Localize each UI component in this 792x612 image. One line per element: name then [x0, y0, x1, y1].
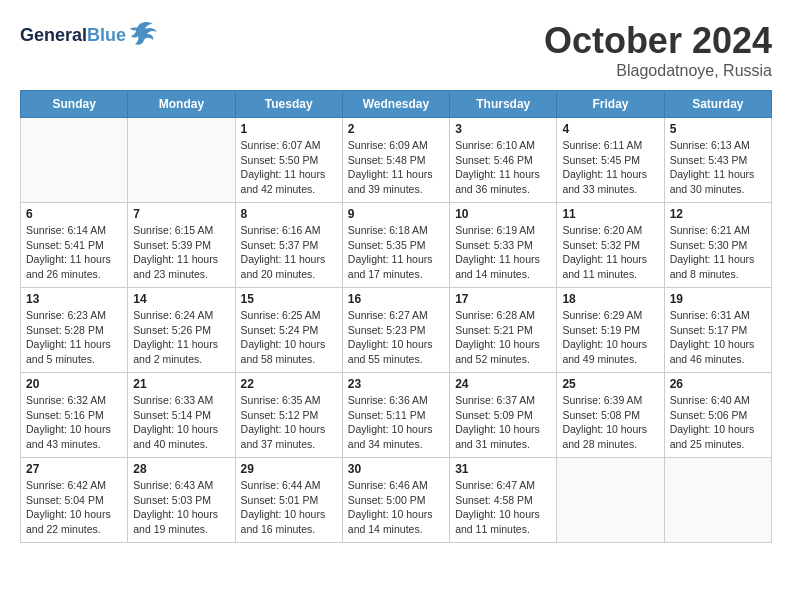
calendar-week-row: 27Sunrise: 6:42 AM Sunset: 5:04 PM Dayli… [21, 458, 772, 543]
calendar-day-cell: 14Sunrise: 6:24 AM Sunset: 5:26 PM Dayli… [128, 288, 235, 373]
calendar-day-cell: 9Sunrise: 6:18 AM Sunset: 5:35 PM Daylig… [342, 203, 449, 288]
calendar-day-cell: 3Sunrise: 6:10 AM Sunset: 5:46 PM Daylig… [450, 118, 557, 203]
logo: GeneralBlue [20, 20, 159, 52]
calendar-day-cell: 31Sunrise: 6:47 AM Sunset: 4:58 PM Dayli… [450, 458, 557, 543]
calendar-table: SundayMondayTuesdayWednesdayThursdayFrid… [20, 90, 772, 543]
calendar-day-cell: 19Sunrise: 6:31 AM Sunset: 5:17 PM Dayli… [664, 288, 771, 373]
calendar-day-cell: 8Sunrise: 6:16 AM Sunset: 5:37 PM Daylig… [235, 203, 342, 288]
day-number: 24 [455, 377, 551, 391]
day-info: Sunrise: 6:10 AM Sunset: 5:46 PM Dayligh… [455, 138, 551, 197]
day-of-week-header: Wednesday [342, 91, 449, 118]
day-info: Sunrise: 6:13 AM Sunset: 5:43 PM Dayligh… [670, 138, 766, 197]
calendar-week-row: 13Sunrise: 6:23 AM Sunset: 5:28 PM Dayli… [21, 288, 772, 373]
day-info: Sunrise: 6:25 AM Sunset: 5:24 PM Dayligh… [241, 308, 337, 367]
day-number: 9 [348, 207, 444, 221]
calendar-day-cell: 17Sunrise: 6:28 AM Sunset: 5:21 PM Dayli… [450, 288, 557, 373]
day-of-week-header: Thursday [450, 91, 557, 118]
day-number: 29 [241, 462, 337, 476]
calendar-week-row: 6Sunrise: 6:14 AM Sunset: 5:41 PM Daylig… [21, 203, 772, 288]
calendar-day-cell: 16Sunrise: 6:27 AM Sunset: 5:23 PM Dayli… [342, 288, 449, 373]
logo-text-general: General [20, 25, 87, 45]
day-number: 16 [348, 292, 444, 306]
day-info: Sunrise: 6:35 AM Sunset: 5:12 PM Dayligh… [241, 393, 337, 452]
day-info: Sunrise: 6:23 AM Sunset: 5:28 PM Dayligh… [26, 308, 122, 367]
day-info: Sunrise: 6:14 AM Sunset: 5:41 PM Dayligh… [26, 223, 122, 282]
day-of-week-header: Tuesday [235, 91, 342, 118]
day-number: 3 [455, 122, 551, 136]
day-number: 12 [670, 207, 766, 221]
day-number: 23 [348, 377, 444, 391]
calendar-week-row: 20Sunrise: 6:32 AM Sunset: 5:16 PM Dayli… [21, 373, 772, 458]
day-info: Sunrise: 6:21 AM Sunset: 5:30 PM Dayligh… [670, 223, 766, 282]
calendar-week-row: 1Sunrise: 6:07 AM Sunset: 5:50 PM Daylig… [21, 118, 772, 203]
calendar-day-cell: 15Sunrise: 6:25 AM Sunset: 5:24 PM Dayli… [235, 288, 342, 373]
calendar-day-cell: 21Sunrise: 6:33 AM Sunset: 5:14 PM Dayli… [128, 373, 235, 458]
day-info: Sunrise: 6:40 AM Sunset: 5:06 PM Dayligh… [670, 393, 766, 452]
day-info: Sunrise: 6:44 AM Sunset: 5:01 PM Dayligh… [241, 478, 337, 537]
day-number: 8 [241, 207, 337, 221]
day-info: Sunrise: 6:27 AM Sunset: 5:23 PM Dayligh… [348, 308, 444, 367]
day-info: Sunrise: 6:39 AM Sunset: 5:08 PM Dayligh… [562, 393, 658, 452]
day-info: Sunrise: 6:09 AM Sunset: 5:48 PM Dayligh… [348, 138, 444, 197]
day-info: Sunrise: 6:32 AM Sunset: 5:16 PM Dayligh… [26, 393, 122, 452]
calendar-day-cell: 10Sunrise: 6:19 AM Sunset: 5:33 PM Dayli… [450, 203, 557, 288]
calendar-day-cell: 26Sunrise: 6:40 AM Sunset: 5:06 PM Dayli… [664, 373, 771, 458]
calendar-day-cell: 23Sunrise: 6:36 AM Sunset: 5:11 PM Dayli… [342, 373, 449, 458]
day-number: 28 [133, 462, 229, 476]
calendar-day-cell: 4Sunrise: 6:11 AM Sunset: 5:45 PM Daylig… [557, 118, 664, 203]
day-info: Sunrise: 6:43 AM Sunset: 5:03 PM Dayligh… [133, 478, 229, 537]
day-info: Sunrise: 6:46 AM Sunset: 5:00 PM Dayligh… [348, 478, 444, 537]
calendar-day-cell: 27Sunrise: 6:42 AM Sunset: 5:04 PM Dayli… [21, 458, 128, 543]
day-of-week-header: Monday [128, 91, 235, 118]
calendar-day-cell: 12Sunrise: 6:21 AM Sunset: 5:30 PM Dayli… [664, 203, 771, 288]
day-info: Sunrise: 6:28 AM Sunset: 5:21 PM Dayligh… [455, 308, 551, 367]
calendar-day-cell: 11Sunrise: 6:20 AM Sunset: 5:32 PM Dayli… [557, 203, 664, 288]
day-number: 15 [241, 292, 337, 306]
logo-text-blue: Blue [87, 25, 126, 45]
day-number: 7 [133, 207, 229, 221]
calendar-day-cell: 6Sunrise: 6:14 AM Sunset: 5:41 PM Daylig… [21, 203, 128, 288]
day-number: 26 [670, 377, 766, 391]
day-of-week-header: Friday [557, 91, 664, 118]
calendar-day-cell: 24Sunrise: 6:37 AM Sunset: 5:09 PM Dayli… [450, 373, 557, 458]
calendar-day-cell: 25Sunrise: 6:39 AM Sunset: 5:08 PM Dayli… [557, 373, 664, 458]
calendar-day-cell [664, 458, 771, 543]
calendar-day-cell: 2Sunrise: 6:09 AM Sunset: 5:48 PM Daylig… [342, 118, 449, 203]
month-title: October 2024 [544, 20, 772, 62]
day-info: Sunrise: 6:16 AM Sunset: 5:37 PM Dayligh… [241, 223, 337, 282]
calendar-day-cell: 29Sunrise: 6:44 AM Sunset: 5:01 PM Dayli… [235, 458, 342, 543]
day-number: 1 [241, 122, 337, 136]
day-info: Sunrise: 6:36 AM Sunset: 5:11 PM Dayligh… [348, 393, 444, 452]
day-of-week-header: Saturday [664, 91, 771, 118]
day-info: Sunrise: 6:37 AM Sunset: 5:09 PM Dayligh… [455, 393, 551, 452]
day-number: 30 [348, 462, 444, 476]
day-number: 19 [670, 292, 766, 306]
calendar-day-cell: 7Sunrise: 6:15 AM Sunset: 5:39 PM Daylig… [128, 203, 235, 288]
day-number: 10 [455, 207, 551, 221]
calendar-day-cell: 5Sunrise: 6:13 AM Sunset: 5:43 PM Daylig… [664, 118, 771, 203]
day-info: Sunrise: 6:07 AM Sunset: 5:50 PM Dayligh… [241, 138, 337, 197]
day-info: Sunrise: 6:29 AM Sunset: 5:19 PM Dayligh… [562, 308, 658, 367]
day-number: 25 [562, 377, 658, 391]
day-info: Sunrise: 6:19 AM Sunset: 5:33 PM Dayligh… [455, 223, 551, 282]
calendar-day-cell: 20Sunrise: 6:32 AM Sunset: 5:16 PM Dayli… [21, 373, 128, 458]
day-number: 11 [562, 207, 658, 221]
logo-bird-icon [129, 20, 159, 52]
calendar-day-cell [557, 458, 664, 543]
day-number: 14 [133, 292, 229, 306]
calendar-header-row: SundayMondayTuesdayWednesdayThursdayFrid… [21, 91, 772, 118]
day-number: 2 [348, 122, 444, 136]
day-info: Sunrise: 6:24 AM Sunset: 5:26 PM Dayligh… [133, 308, 229, 367]
day-info: Sunrise: 6:42 AM Sunset: 5:04 PM Dayligh… [26, 478, 122, 537]
calendar-day-cell: 18Sunrise: 6:29 AM Sunset: 5:19 PM Dayli… [557, 288, 664, 373]
day-info: Sunrise: 6:31 AM Sunset: 5:17 PM Dayligh… [670, 308, 766, 367]
day-info: Sunrise: 6:18 AM Sunset: 5:35 PM Dayligh… [348, 223, 444, 282]
calendar-day-cell: 13Sunrise: 6:23 AM Sunset: 5:28 PM Dayli… [21, 288, 128, 373]
day-number: 6 [26, 207, 122, 221]
day-number: 22 [241, 377, 337, 391]
day-number: 20 [26, 377, 122, 391]
day-number: 5 [670, 122, 766, 136]
calendar-day-cell: 30Sunrise: 6:46 AM Sunset: 5:00 PM Dayli… [342, 458, 449, 543]
calendar-day-cell: 28Sunrise: 6:43 AM Sunset: 5:03 PM Dayli… [128, 458, 235, 543]
calendar-day-cell: 22Sunrise: 6:35 AM Sunset: 5:12 PM Dayli… [235, 373, 342, 458]
